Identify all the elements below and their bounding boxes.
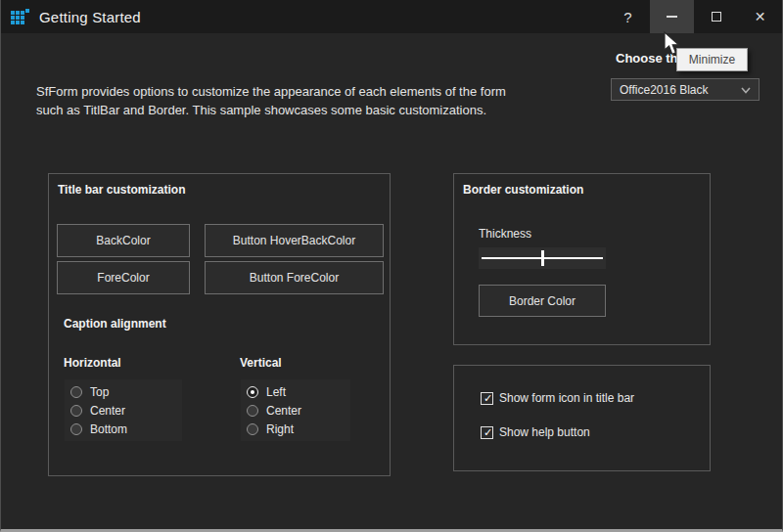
radio-center-horizontal[interactable]: Center: [70, 401, 176, 420]
minimize-icon: [667, 16, 677, 18]
maximize-icon: [712, 12, 721, 22]
radio-icon: [70, 423, 82, 435]
horizontal-label: Horizontal: [64, 356, 121, 370]
checkbox-checked-icon[interactable]: [481, 426, 493, 439]
radio-left[interactable]: Left: [247, 382, 345, 401]
titlebar-options-group: Show form icon in title bar Show help bu…: [453, 365, 711, 471]
backcolor-button-label: BackColor: [96, 234, 150, 247]
window-controls: ? ✕: [606, 0, 782, 33]
maximize-button[interactable]: [694, 0, 738, 33]
minimize-button[interactable]: [650, 0, 694, 33]
show-help-button-checkbox-row[interactable]: Show help button: [481, 425, 590, 439]
radio-icon: [70, 405, 82, 417]
radio-center-vertical-label: Center: [266, 404, 301, 418]
radio-icon: [247, 405, 258, 417]
show-form-icon-label: Show form icon in title bar: [499, 391, 634, 405]
border-color-button[interactable]: Border Color: [479, 285, 606, 317]
vertical-alignment-radios: Left Center Right: [241, 379, 350, 441]
border-customization-group: Border customization Thickness Border Co…: [453, 173, 711, 345]
radio-left-label: Left: [266, 385, 286, 399]
show-help-button-label: Show help button: [499, 425, 590, 439]
caption-alignment-title: Caption alignment: [64, 317, 166, 331]
app-logo-icon: [11, 9, 30, 25]
horizontal-alignment-radios: Top Center Bottom: [65, 379, 182, 441]
radio-bottom-label: Bottom: [90, 422, 127, 436]
sample-description: SfForm provides options to customize the…: [36, 82, 545, 119]
backcolor-button[interactable]: BackColor: [57, 224, 190, 257]
radio-center-horizontal-label: Center: [90, 404, 125, 418]
help-button[interactable]: ?: [606, 0, 650, 33]
close-button[interactable]: ✕: [738, 0, 782, 33]
thickness-label: Thickness: [479, 227, 531, 241]
app-window: Getting Started ? ✕ Minimize Choose them…: [0, 0, 783, 532]
radio-top[interactable]: Top: [70, 382, 176, 401]
vertical-label: Vertical: [240, 356, 282, 370]
forecolor-button[interactable]: ForeColor: [57, 261, 190, 294]
title-bar: Getting Started ? ✕: [1, 0, 782, 33]
radio-icon: [247, 423, 258, 435]
button-hoverbackcolor-button[interactable]: Button HoverBackColor: [205, 224, 384, 257]
radio-center-vertical[interactable]: Center: [247, 401, 345, 420]
radio-top-label: Top: [90, 385, 109, 399]
radio-selected-icon: [247, 386, 258, 398]
hoverbackcolor-button-label: Button HoverBackColor: [233, 234, 355, 247]
theme-dropdown-value: Office2016 Black: [620, 83, 709, 97]
description-line-1: SfForm provides options to customize the…: [36, 82, 545, 101]
help-icon: ?: [623, 9, 631, 25]
border-color-button-label: Border Color: [509, 294, 576, 308]
slider-thumb[interactable]: [541, 250, 544, 266]
radio-right[interactable]: Right: [247, 420, 345, 438]
radio-right-label: Right: [266, 422, 294, 436]
theme-dropdown[interactable]: Office2016 Black: [611, 78, 760, 101]
radio-icon: [70, 386, 82, 398]
description-line-2: such as TitlBar and Border. This sample …: [36, 101, 545, 119]
button-forecolor-button[interactable]: Button ForeColor: [205, 261, 384, 294]
button-forecolor-button-label: Button ForeColor: [250, 271, 339, 285]
radio-bottom[interactable]: Bottom: [70, 420, 176, 438]
thickness-slider[interactable]: [479, 247, 606, 269]
checkbox-checked-icon[interactable]: [481, 392, 493, 405]
group-title: Border customization: [463, 183, 583, 197]
mouse-cursor-icon: [664, 31, 682, 59]
group-title: Title bar customization: [58, 183, 185, 197]
window-title: Getting Started: [39, 9, 141, 25]
chevron-down-icon: [741, 87, 751, 94]
close-icon: ✕: [755, 9, 766, 24]
show-form-icon-checkbox-row[interactable]: Show form icon in title bar: [481, 391, 634, 405]
tooltip-text: Minimize: [689, 53, 735, 66]
titlebar-customization-group: Title bar customization BackColor Button…: [48, 173, 391, 476]
minimize-tooltip: Minimize: [676, 48, 748, 71]
forecolor-button-label: ForeColor: [97, 271, 149, 285]
